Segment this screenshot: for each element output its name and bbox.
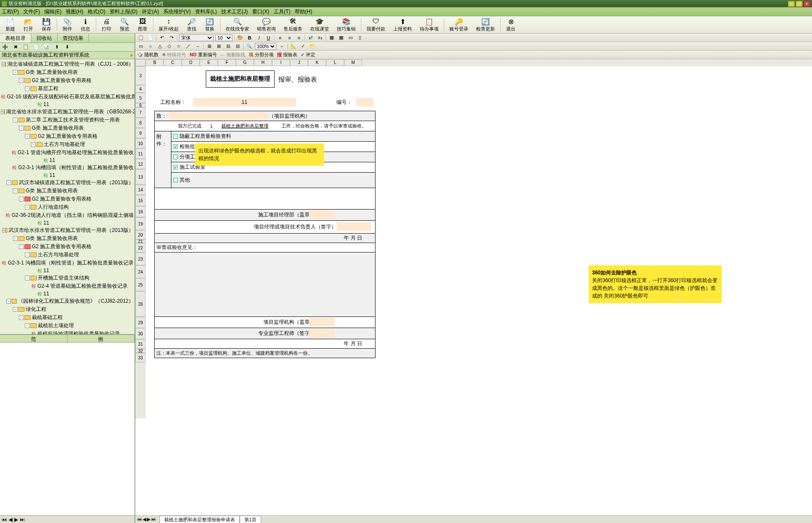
row-header-21[interactable]: 21 — [135, 240, 146, 243]
row-header-22[interactable]: 22 — [135, 243, 146, 252]
row-header-12[interactable]: 12 — [135, 159, 146, 169]
sheet-prev-icon[interactable]: ◀ — [143, 517, 146, 522]
special-char-btn[interactable]: ✱ 特殊符号 — [162, 52, 186, 58]
row-header-26[interactable]: 26 — [135, 291, 146, 317]
col-header-L[interactable]: L — [326, 59, 344, 66]
zoom-icon[interactable]: 🔍 — [245, 43, 253, 50]
col-header-I[interactable]: I — [272, 59, 290, 66]
sheet-last-icon[interactable]: ⏭ — [151, 517, 156, 522]
left-tab-2[interactable]: 查找结果 — [58, 33, 89, 43]
underline-icon[interactable]: U — [265, 34, 272, 41]
col-header-C[interactable]: C — [164, 59, 182, 66]
tool-在线课堂[interactable]: 🎓在线课堂 — [307, 16, 333, 33]
tree-node-1[interactable]: -G类 施工质量验收用表 — [1, 68, 134, 76]
tool-新建[interactable]: 📄新建 — [2, 16, 19, 33]
left-tab-0[interactable]: 表格目录 — [0, 33, 31, 43]
mgr-input[interactable] — [309, 210, 335, 219]
insert-col-icon[interactable]: ⊞ — [215, 43, 223, 50]
tool-在线找专家[interactable]: 🔍在线找专家 — [222, 16, 253, 33]
sort-icon[interactable]: ▾ — [130, 52, 133, 58]
menu-9[interactable]: 技术工艺(J) — [221, 8, 248, 15]
tool-图章[interactable]: 🖼图章 — [134, 16, 151, 33]
del-col-icon[interactable]: ⊟ — [234, 43, 241, 50]
tree-b-icon[interactable]: 📊 — [43, 44, 50, 51]
line-icon[interactable]: ／ — [184, 43, 192, 50]
tool-技巧集锦[interactable]: 📚技巧集锦 — [333, 16, 359, 33]
tool-c-icon[interactable]: 📁 — [308, 43, 316, 50]
paste-icon[interactable]: 📄 — [147, 34, 154, 41]
menu-6[interactable]: 评定(A) — [142, 8, 159, 15]
tool-售后服务[interactable]: 🛠售后服务 — [280, 16, 306, 33]
tree-c-icon[interactable]: ⬆ — [53, 44, 60, 51]
row-header-7[interactable]: 7 — [135, 107, 146, 118]
tree-content[interactable]: -湖北省城镇道路工程施工管理统一用表（CJJ1－2008）-G类 施工质量验收用… — [0, 59, 134, 334]
del-row-icon[interactable]: ⊟ — [224, 43, 232, 50]
row-header-30[interactable]: 30 — [135, 328, 146, 339]
insert-row-icon[interactable]: ⊞ — [205, 43, 213, 50]
tree-node-31[interactable]: -绿化工程 — [1, 305, 134, 313]
tree-node-5[interactable]: 检11 — [1, 101, 134, 108]
shape2-icon[interactable]: ○ — [147, 43, 154, 50]
tree-node-27[interactable]: -开槽施工管道主体结构 — [1, 274, 134, 282]
to-input[interactable] — [168, 113, 267, 119]
nav-last-icon[interactable]: ⏭ — [20, 517, 25, 523]
checkbox-5[interactable] — [173, 178, 178, 182]
nav-next-icon[interactable]: ▶ — [14, 517, 18, 523]
tool-打开[interactable]: 📂打开 — [20, 16, 37, 33]
nav-first-icon[interactable]: ⏮ — [2, 517, 7, 523]
row-header-13[interactable]: 13 — [135, 169, 146, 185]
eng-input[interactable] — [309, 329, 335, 338]
tree-a-icon[interactable]: 📄 — [33, 44, 40, 51]
tree-node-20[interactable]: 检11 — [1, 219, 134, 226]
row-header-4[interactable]: 4 — [135, 85, 146, 93]
row-header-25[interactable]: 25 — [135, 278, 146, 291]
tree-d-icon[interactable]: ⬇ — [64, 44, 70, 51]
row-header-31[interactable]: 31 — [135, 339, 146, 349]
menu-12[interactable]: 帮助(H) — [295, 8, 312, 15]
proj-value[interactable]: 11 — [193, 98, 296, 106]
grid-icon[interactable]: ▦ — [337, 34, 345, 41]
tree-node-26[interactable]: 检11 — [1, 267, 134, 274]
align-right-icon[interactable]: ≡ — [295, 34, 303, 41]
checkbox-4[interactable] — [173, 165, 178, 170]
row-header-9[interactable]: 9 — [135, 128, 146, 138]
bold-icon[interactable]: B — [246, 34, 253, 41]
tree-node-4[interactable]: 检G2-16 级配碎石及级配碎砖石基层及底基层施工检验批质 — [1, 93, 134, 101]
row-header-15[interactable]: 15 — [135, 195, 146, 206]
tool-预览[interactable]: 🔍预览 — [116, 16, 133, 33]
align-center-icon[interactable]: ≡ — [286, 34, 293, 41]
menu-11[interactable]: 工具(T) — [274, 8, 290, 15]
tree-node-29[interactable]: 检11 — [1, 290, 134, 297]
tree-node-32[interactable]: -栽植基础工程 — [1, 313, 134, 322]
tree-node-34[interactable]: 检栽植前场地清理检验批质量验收记录 — [1, 330, 134, 334]
tree-node-14[interactable]: 检11 — [1, 172, 134, 179]
close-button[interactable]: × — [803, 1, 810, 7]
minimize-button[interactable]: − — [788, 1, 795, 7]
left-tab-1[interactable]: 回收站 — [31, 33, 58, 43]
col-header-B[interactable]: B — [146, 59, 164, 66]
color-icon[interactable]: 🎨 — [236, 34, 244, 41]
tool-检查更新[interactable]: 🔄检查更新 — [473, 16, 498, 33]
menu-3[interactable]: 视图(H) — [66, 8, 83, 15]
report-btn[interactable]: 报 报验表 — [277, 52, 297, 58]
tree-node-25[interactable]: 检G2-3-1 沟槽回填（刚性管道）施工检验批质量验收记录 — [1, 259, 134, 267]
tree-node-2[interactable]: -G2 施工质量验收专用表格 — [1, 76, 134, 85]
tree-node-17[interactable]: -G2 施工质量验收专用表格 — [1, 195, 134, 203]
tree-node-8[interactable]: -G类 施工质量验收用表 — [1, 124, 134, 132]
section-btn[interactable]: 项 分部分项 — [249, 52, 274, 58]
tree-add-icon[interactable]: ➕ — [2, 44, 9, 51]
shape4-icon[interactable]: ◇ — [165, 43, 173, 50]
sheet-tab-1[interactable]: 栽植土施肥和表层整理报验申请表 — [159, 516, 240, 523]
row-header-19[interactable]: 19 — [135, 217, 146, 230]
col-header-K[interactable]: K — [308, 59, 326, 66]
font-select[interactable]: 宋体 — [179, 34, 214, 41]
tree-node-28[interactable]: 检G2-4 管道基础施工检验批质量验收记录 — [1, 282, 134, 290]
strikethrough-btn[interactable]: — 画删除线 — [220, 52, 245, 58]
menu-5[interactable]: 资料上报(D) — [110, 8, 137, 15]
row-header-8[interactable]: 8 — [135, 118, 146, 128]
sup-icon[interactable]: x² — [307, 34, 314, 41]
shape5-icon[interactable]: ☆ — [175, 43, 183, 50]
tool-信息[interactable]: ℹ信息 — [77, 16, 94, 33]
checkbox-3[interactable] — [173, 155, 178, 159]
checkbox-1[interactable] — [173, 134, 178, 139]
